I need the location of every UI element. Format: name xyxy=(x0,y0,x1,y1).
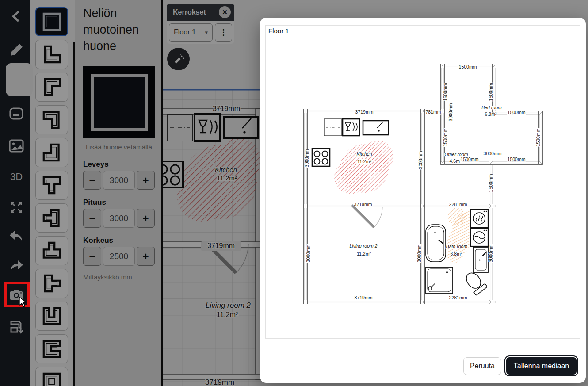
room-label: Kitchen xyxy=(356,151,372,157)
counter-icon xyxy=(324,119,342,136)
room-label: Bath room xyxy=(446,244,468,249)
dimension-label: 4.6m² xyxy=(450,158,462,164)
dimension-label: 3719mm xyxy=(355,295,373,300)
bathroom-sink-icon xyxy=(473,247,488,272)
save-media-button[interactable]: Tallenna mediaan xyxy=(505,356,577,375)
dimension-label: 2281mm xyxy=(449,295,467,300)
dimension-label: 6.8m² xyxy=(451,251,462,256)
dryer-icon xyxy=(470,210,488,228)
dimension-label: 2281mm xyxy=(449,202,467,207)
dishwasher-icon xyxy=(343,119,359,136)
dimension-label: 1500mm xyxy=(461,157,479,162)
washing-machine-icon xyxy=(470,229,488,246)
dimension-label: 11.2m² xyxy=(357,251,371,256)
floor-plan-drawing: 1500mm1500mm1500mm3000mmBed room6.8m²150… xyxy=(266,26,580,339)
dimension-label: 6.8m² xyxy=(485,111,497,117)
dimension-label: 1500mm xyxy=(535,128,541,146)
dimension-label: 11.2m² xyxy=(357,159,371,164)
dimension-label: 3719mm xyxy=(354,202,372,207)
dimension-label: 1500mm xyxy=(443,128,448,146)
dimension-label: 1500mm xyxy=(459,64,477,69)
toilet-icon xyxy=(463,270,487,295)
dimension-label: 3000mm xyxy=(305,244,311,262)
dimension-label: 3000mm xyxy=(484,151,502,156)
dimension-label: 3000mm xyxy=(304,149,309,167)
sink-icon xyxy=(363,121,389,135)
dimension-label: 781mm xyxy=(425,109,441,115)
dimension-label: 1500mm xyxy=(508,110,526,115)
footer-divider xyxy=(260,348,586,348)
room-label: Living room 2 xyxy=(349,243,377,248)
dimension-label: 3000mm xyxy=(416,244,422,262)
dimension-label: 3000mm xyxy=(488,244,493,262)
mouse-cursor xyxy=(19,297,28,308)
shower-icon xyxy=(426,267,453,294)
dialog-floor-title: Floor 1 xyxy=(268,27,289,34)
floor-plan-preview: Floor 1 xyxy=(265,25,580,339)
kitchen-hatch xyxy=(334,141,393,194)
bathtub-icon xyxy=(426,225,446,262)
room-label: Bed room xyxy=(481,105,502,110)
dimension-label: 1500mm xyxy=(508,157,526,162)
dimension-label: 1500mm xyxy=(443,83,448,101)
stove-icon xyxy=(312,149,330,166)
dimension-label: 3000mm xyxy=(448,103,453,121)
door-swing xyxy=(352,205,382,227)
cancel-button[interactable]: Peruuta xyxy=(463,357,501,375)
dimension-label: 3000mm xyxy=(418,151,423,169)
save-media-dialog: Floor 1 xyxy=(260,18,586,383)
dimension-label: 1500mm xyxy=(488,174,493,192)
dimension-label: 3719mm xyxy=(355,109,374,115)
dimension-label: 1500mm xyxy=(488,83,493,101)
